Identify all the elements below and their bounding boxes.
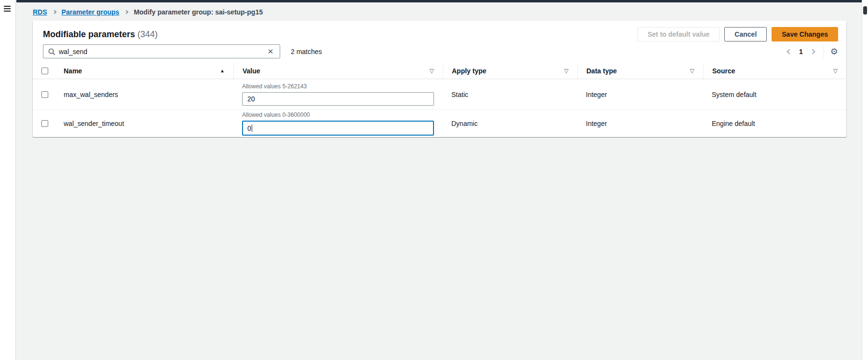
data-type-cell: Integer <box>577 120 703 127</box>
search-icon <box>48 48 55 57</box>
hamburger-menu-icon <box>4 6 13 12</box>
column-label: Data type <box>586 67 617 75</box>
breadcrumb-separator-icon <box>124 10 128 14</box>
parameter-name: wal_sender_timeout <box>55 120 233 127</box>
breadcrumb-current-page: Modify parameter group: sai-setup-pg15 <box>134 8 263 16</box>
table-row: max_wal_senders Allowed values 5-262143 … <box>33 79 846 110</box>
previous-page-icon[interactable] <box>787 49 792 54</box>
cancel-button[interactable]: Cancel <box>724 27 767 42</box>
source-cell: Engine default <box>703 120 846 127</box>
filter-icon[interactable]: ▽ <box>564 68 569 74</box>
save-changes-button[interactable]: Save Changes <box>772 27 838 42</box>
left-navigation-rail <box>0 0 16 360</box>
top-nav-bar <box>16 0 868 2</box>
filter-icon[interactable]: ▽ <box>690 68 694 74</box>
current-page-number[interactable]: 1 <box>799 48 803 55</box>
column-header-name[interactable]: Name ▲ <box>55 63 233 79</box>
row-checkbox[interactable] <box>41 120 48 127</box>
column-label: Source <box>712 67 735 75</box>
clear-search-icon[interactable]: ✕ <box>265 46 276 57</box>
settings-gear-icon[interactable]: ⚙ <box>830 47 838 56</box>
filter-toolbar: ✕ 2 matches 1 ⚙ <box>33 43 846 58</box>
column-header-apply-type[interactable]: Apply type ▽ <box>443 63 577 79</box>
breadcrumb-link-rds[interactable]: RDS <box>33 8 47 16</box>
column-label: Name <box>64 67 82 75</box>
sort-ascending-icon[interactable]: ▲ <box>220 68 225 73</box>
table-row: wal_sender_timeout Allowed values 0-3600… <box>33 110 846 137</box>
column-label: Value <box>243 67 260 75</box>
parameter-count: (344) <box>137 29 158 39</box>
toolbar-divider <box>823 45 824 58</box>
value-input[interactable]: 0 <box>242 121 434 136</box>
row-select-cell <box>33 91 55 98</box>
page-title: Modifiable parameters (344) <box>43 29 158 40</box>
set-to-default-button[interactable]: Set to default value <box>637 27 719 42</box>
source-cell: System default <box>703 91 846 98</box>
breadcrumb: RDS Parameter groups Modify parameter gr… <box>33 8 263 16</box>
parameter-name: max_wal_senders <box>55 91 233 98</box>
select-all-cell <box>33 63 55 79</box>
row-select-cell <box>33 120 55 127</box>
panel-header: Modifiable parameters (344) Set to defau… <box>33 21 846 43</box>
value-cell: Allowed values 0-3600000 0 <box>233 111 443 136</box>
apply-type-cell: Static <box>443 91 577 98</box>
rds-parameter-group-page: RDS Parameter groups Modify parameter gr… <box>0 0 868 360</box>
value-text: 0 <box>247 125 251 132</box>
select-all-checkbox[interactable] <box>41 68 48 74</box>
filter-icon[interactable]: ▽ <box>833 68 838 74</box>
table-header-row: Name ▲ Value ▽ Apply type ▽ Data type ▽ … <box>33 63 846 79</box>
page-title-text: Modifiable parameters <box>43 29 135 39</box>
match-count: 2 matches <box>291 48 322 55</box>
value-cell: Allowed values 5-262143 20 <box>233 83 443 106</box>
parameter-search-box: ✕ <box>43 44 280 58</box>
text-cursor <box>252 125 252 132</box>
filter-icon[interactable]: ▽ <box>430 68 434 74</box>
value-input[interactable]: 20 <box>242 92 434 106</box>
allowed-values-hint: Allowed values 0-3600000 <box>242 111 434 118</box>
row-checkbox[interactable] <box>41 91 48 98</box>
modifiable-parameters-panel: Modifiable parameters (344) Set to defau… <box>33 21 846 137</box>
pagination: 1 ⚙ <box>787 45 838 58</box>
column-label: Apply type <box>452 67 487 75</box>
column-header-source[interactable]: Source ▽ <box>703 63 846 79</box>
breadcrumb-separator-icon <box>52 10 56 14</box>
apply-type-cell: Dynamic <box>443 120 577 127</box>
search-input[interactable] <box>43 45 280 58</box>
allowed-values-hint: Allowed values 5-262143 <box>242 83 434 90</box>
right-scrollbar-track <box>862 0 868 360</box>
action-buttons: Set to default value Cancel Save Changes <box>637 27 838 42</box>
breadcrumb-link-parameter-groups[interactable]: Parameter groups <box>62 8 120 16</box>
scrollbar-thumb[interactable] <box>863 6 867 14</box>
data-type-cell: Integer <box>577 91 703 98</box>
value-text: 20 <box>247 95 255 103</box>
next-page-icon[interactable] <box>810 49 815 54</box>
column-header-data-type[interactable]: Data type ▽ <box>577 63 703 79</box>
column-header-value[interactable]: Value ▽ <box>233 63 443 79</box>
sidebar-toggle-button[interactable] <box>4 4 13 12</box>
